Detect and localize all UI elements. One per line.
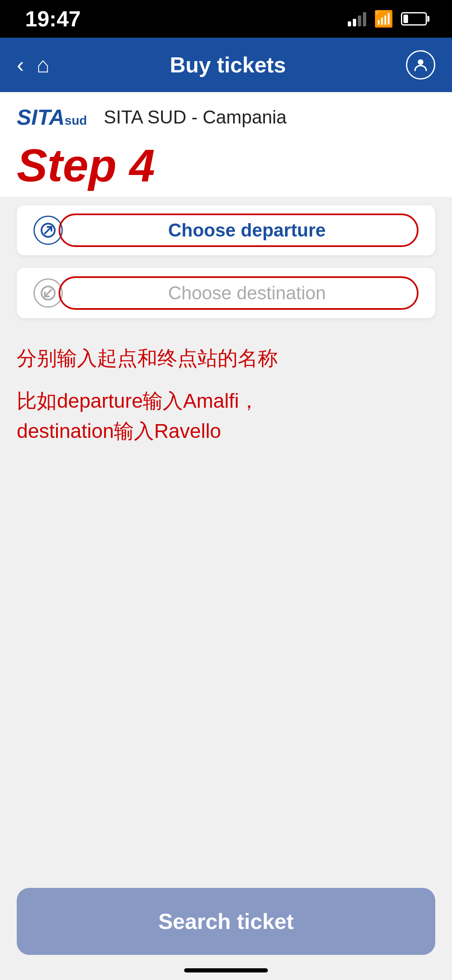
brand-header: SITA sud SITA SUD - Campania [0, 92, 452, 142]
home-indicator [184, 968, 268, 972]
sita-label: SITA [17, 105, 65, 130]
instruction-line1: 分别输入起点和终点站的名称 [17, 343, 435, 373]
back-button[interactable]: ‹ [17, 52, 24, 77]
status-time: 19:47 [25, 6, 81, 31]
brand-logo: SITA sud [17, 105, 87, 130]
home-button[interactable]: ⌂ [36, 52, 49, 77]
step-label: Step 4 [0, 142, 452, 197]
svg-line-4 [45, 290, 51, 296]
destination-text: Choose destination [75, 283, 419, 304]
page-title: Buy tickets [170, 52, 286, 77]
destination-icon [33, 278, 63, 308]
departure-icon [33, 216, 63, 245]
status-bar: 19:47 📶 21 [0, 0, 452, 38]
svg-point-0 [418, 59, 423, 65]
nav-header: ‹ ⌂ Buy tickets [0, 38, 452, 92]
sud-label: sud [65, 113, 87, 128]
brand-name: SITA SUD - Campania [104, 107, 287, 128]
departure-field[interactable]: Choose departure [17, 205, 435, 255]
svg-line-2 [45, 227, 51, 234]
status-icons: 📶 21 [348, 10, 427, 28]
destination-field[interactable]: Choose destination [17, 268, 435, 318]
signal-icon [348, 11, 366, 26]
bottom-section: Search ticket [17, 888, 435, 955]
battery-level: 21 [410, 15, 418, 23]
wifi-icon: 📶 [374, 10, 393, 28]
departure-text: Choose departure [75, 220, 419, 241]
instruction-line2: 比如departure输入Amalfi， destination输入Ravell… [17, 386, 435, 446]
input-section: Choose departure Choose destination [0, 197, 452, 318]
instructions-section: 分别输入起点和终点站的名称 比如departure输入Amalfi， desti… [0, 331, 452, 446]
user-profile-button[interactable] [406, 50, 435, 80]
battery-icon: 21 [401, 12, 427, 26]
search-ticket-button[interactable]: Search ticket [17, 888, 435, 955]
